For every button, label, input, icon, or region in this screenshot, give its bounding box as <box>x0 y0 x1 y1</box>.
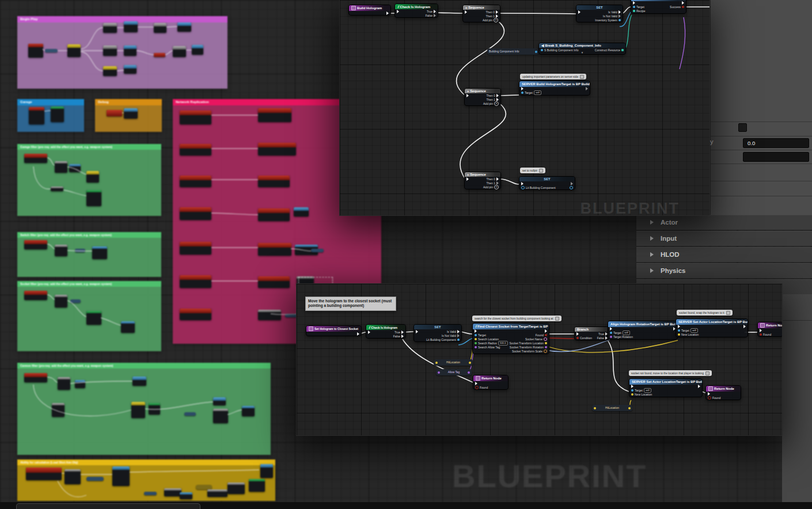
exec-in-pin[interactable] <box>475 329 477 333</box>
mini-node[interactable] <box>58 377 70 390</box>
true-pin[interactable] <box>434 10 436 13</box>
node-server-set-actor-location-2[interactable]: SERVER Set Actor LocationTarget is BP Bu… <box>629 378 703 397</box>
comment-move-hologram[interactable]: Move the hologram to the closest socket … <box>305 297 396 311</box>
then0-pin[interactable] <box>496 94 499 97</box>
mini-node[interactable] <box>258 143 296 155</box>
mini-node[interactable] <box>154 23 166 33</box>
expand-arrow-icon[interactable] <box>650 268 654 273</box>
new-location-pin[interactable] <box>631 393 633 396</box>
search-radius-pin[interactable] <box>475 342 477 344</box>
mini-node[interactable] <box>180 242 211 254</box>
node-resource-recipe-item[interactable]: f Resource Recipe ItemTarget is BP Inven… <box>631 0 686 14</box>
comment-bubble-search[interactable]: search for the closest socket from build… <box>472 316 561 321</box>
node-return-2[interactable]: Return Node Found <box>705 385 741 400</box>
comment-header[interactable]: Socket filter (pre-req: add the effect y… <box>17 281 161 287</box>
variable-hit-location-2[interactable]: HitLocation <box>592 405 632 411</box>
mini-node[interactable] <box>92 246 107 259</box>
blueprint-graph-window-build-hologram[interactable]: Build Hologram fCheck Is Hologram True F… <box>340 0 709 215</box>
mini-pill[interactable] <box>75 249 85 252</box>
mini-node[interactable] <box>26 468 62 480</box>
category-row-actor[interactable]: Actor <box>636 215 812 230</box>
is-not-valid-pin[interactable] <box>457 334 460 337</box>
mini-pill[interactable] <box>184 412 196 416</box>
target-pin[interactable] <box>633 6 635 8</box>
node-set-inventory[interactable]: SET Is Valid Is Not Valid Inventory Syst… <box>576 5 623 22</box>
exec-in-pin[interactable] <box>760 329 762 332</box>
node-return-clipped[interactable]: Return Node Found <box>757 322 782 337</box>
condition-pin[interactable] <box>576 337 579 339</box>
node-check-is-hologram-2[interactable]: fCheck Is Hologram True False <box>366 324 406 339</box>
mini-pill[interactable] <box>86 477 104 481</box>
target-pin[interactable] <box>475 334 477 336</box>
mini-node[interactable] <box>258 108 291 122</box>
comment-bubble-socket-not-found[interactable]: socket not found, move to the location t… <box>629 370 712 376</box>
mini-node[interactable] <box>52 403 64 417</box>
lit-building-component-pin[interactable] <box>457 339 460 341</box>
variable-out-pin[interactable] <box>468 371 470 374</box>
false-pin[interactable] <box>434 14 436 17</box>
struct-in-pin[interactable] <box>541 49 543 51</box>
mini-node[interactable] <box>180 176 211 187</box>
then0-pin[interactable] <box>496 177 499 181</box>
then0-pin[interactable] <box>496 10 498 14</box>
mini-node[interactable] <box>258 243 291 256</box>
mini-node[interactable] <box>28 44 43 58</box>
mini-node[interactable] <box>180 207 211 220</box>
expand-arrow-icon[interactable] <box>650 236 654 241</box>
mini-node[interactable] <box>51 187 63 191</box>
mini-node[interactable] <box>242 406 255 416</box>
mini-node[interactable] <box>177 22 191 32</box>
node-build-hologram-event[interactable]: Build Hologram <box>348 5 391 16</box>
node-set-lit-component[interactable]: SET Is Valid Is Not Valid Lit Building C… <box>413 324 462 342</box>
inventory-system-pin[interactable] <box>619 19 621 21</box>
node-set-hologram-to-closest-socket[interactable]: Set Hologram to Closest Socket <box>306 325 362 336</box>
construct-resource-pin[interactable] <box>621 49 624 51</box>
exec-in-pin[interactable] <box>576 332 579 336</box>
category-row-input[interactable]: Input <box>636 231 812 246</box>
exec-in-pin[interactable] <box>521 182 523 185</box>
mini-node[interactable] <box>24 154 47 163</box>
mini-node[interactable] <box>107 110 122 116</box>
found-pin[interactable] <box>760 333 762 336</box>
exec-in-pin[interactable] <box>633 1 635 5</box>
comment-bubble-server[interactable]: updating important parameters on server-… <box>520 74 586 79</box>
mini-node[interactable] <box>51 107 64 122</box>
node-branch[interactable]: Branch True ConditionFalse <box>574 326 610 340</box>
mini-node[interactable] <box>86 190 101 206</box>
property-value-input-empty[interactable] <box>743 152 809 162</box>
bubble-pin-icon[interactable] <box>705 371 709 375</box>
node-find-closest-socket[interactable]: f Find Closest Socket from TargetTarget … <box>472 323 549 354</box>
mini-pill[interactable] <box>45 49 58 52</box>
bubble-pin-icon[interactable] <box>539 169 543 173</box>
mini-node[interactable] <box>249 479 265 492</box>
mini-node[interactable] <box>124 65 136 74</box>
mini-node[interactable] <box>227 483 245 494</box>
mini-node[interactable] <box>258 276 290 288</box>
search-allow-tag-pin[interactable] <box>475 346 477 348</box>
add-pin-icon[interactable]: + <box>494 185 499 189</box>
mini-pill[interactable] <box>70 299 81 303</box>
target-pin[interactable] <box>610 332 612 334</box>
mini-node[interactable] <box>180 492 192 499</box>
mini-node[interactable] <box>149 403 160 415</box>
comment-header[interactable]: Garage filter (pre-req: add the effect y… <box>17 144 161 150</box>
mini-node[interactable] <box>180 275 211 288</box>
target-value[interactable]: self <box>644 388 651 393</box>
variable-building-component-info[interactable]: Building Component Info <box>487 48 539 55</box>
socket-name-pin[interactable] <box>544 337 547 341</box>
exec-out-pin[interactable] <box>682 1 684 5</box>
comment-bubble-socket-found[interactable]: socket found, snap the hologram to it <box>677 310 733 316</box>
exec-in-pin[interactable] <box>578 10 580 14</box>
exec-in-pin[interactable] <box>610 327 612 331</box>
socket-transform-location-pin[interactable] <box>545 342 547 344</box>
is-not-valid-pin[interactable] <box>619 14 621 18</box>
bubble-pin-icon[interactable] <box>580 75 584 79</box>
node-set-lit-building-component[interactable]: SET Lit Building Component <box>519 176 575 190</box>
exec-in-pin[interactable] <box>466 94 469 97</box>
node-server-build-hologram[interactable]: SERVER Build HologramTarget is BP Buildi… <box>519 81 590 96</box>
mini-pill[interactable] <box>311 249 324 252</box>
mini-node[interactable] <box>24 240 47 249</box>
variable-out-pin[interactable] <box>469 362 471 364</box>
false-pin[interactable] <box>401 335 404 338</box>
category-row-hlod[interactable]: HLOD <box>636 247 812 262</box>
